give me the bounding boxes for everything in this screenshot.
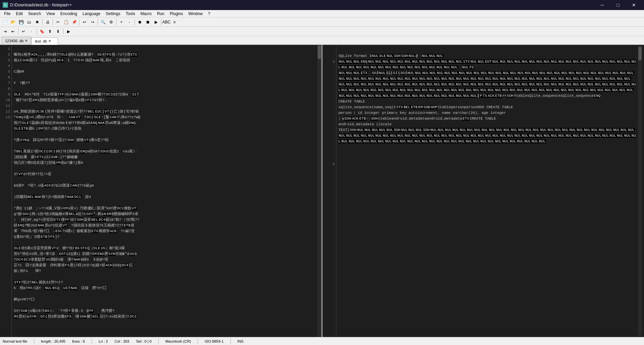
right-line-numbers: 1 2 3 <box>325 46 336 336</box>
maximize-button[interactable]: □ <box>610 0 626 10</box>
left-scrollbar[interactable] <box>317 45 321 337</box>
cut-button[interactable]: ✂ <box>54 18 62 26</box>
status-encoding: ISO 8859-1 <box>205 339 223 343</box>
status-sep-5 <box>230 339 231 344</box>
outdent-button[interactable]: ⇤ <box>9 28 17 35</box>
tab-label-2: test. db <box>35 39 47 43</box>
copy-button[interactable]: 📋 <box>62 18 70 26</box>
separator-3 <box>79 19 79 25</box>
separator-t2-2 <box>37 28 37 34</box>
window-controls: ─ □ ✕ <box>595 0 641 10</box>
separator-7 <box>161 19 161 25</box>
menu-encoding[interactable]: Encoding <box>58 11 80 17</box>
print-button[interactable]: 🖨 <box>44 18 51 26</box>
prev-bookmark-button[interactable]: ⬆ <box>46 28 54 35</box>
title-bar: N D:\Downloads\test.db - Notepad++ ─ □ ✕ <box>0 0 644 10</box>
left-editor-body[interactable]: 1 2 3 4 5 6 7 8 9 10 11 12 13 蛾佝i橦序ACK,,… <box>0 45 321 337</box>
menu-run[interactable]: Run <box>154 11 167 17</box>
left-scrollbar-thumb[interactable] <box>318 46 321 59</box>
tab-testdb[interactable]: test. db ✕ <box>31 38 58 45</box>
status-sel: Sel : 0 | 0 <box>136 339 152 343</box>
save-all-button[interactable]: 🗂 <box>25 18 33 26</box>
tab-bar: 123456. db ✕ test. db ✕ <box>0 36 644 45</box>
tab-close-2[interactable]: ✕ <box>48 39 51 43</box>
menu-search[interactable]: Search <box>25 11 44 17</box>
menu-language[interactable]: Language <box>80 11 103 17</box>
separator-t2-3 <box>63 28 63 34</box>
right-editor-content[interactable]: SQLite format 3NULDLENULSOHSOHNUL@ NULNU… <box>336 46 638 336</box>
menu-view[interactable]: View <box>44 11 58 17</box>
separator-2 <box>53 19 53 25</box>
tab-123456db[interactable]: 123456. db ✕ <box>1 37 31 44</box>
main-content: 1 2 3 4 5 6 7 8 9 10 11 12 13 蛾佝i橦序ACK,,… <box>0 45 644 337</box>
status-lines: lines : 6 <box>72 339 85 343</box>
extra-button[interactable]: ≡ <box>171 18 178 26</box>
new-button[interactable]: 📄 <box>1 18 9 26</box>
right-scrollbar-thumb[interactable] <box>638 47 642 60</box>
next-bookmark-button[interactable]: ⬇ <box>54 28 62 35</box>
window-title: D:\Downloads\test.db - Notepad++ <box>10 3 72 7</box>
find-button[interactable]: 🔍 <box>99 18 107 26</box>
app-icon: N <box>3 2 8 8</box>
toolbar-1: 📄 📂 💾 🗂 ✖ 🖨 ✂ 📋 📌 ↩ ↪ 🔍 ⚙ + - ⏺ ⏹ ▶ ABC … <box>0 17 644 27</box>
menu-window[interactable]: Window <box>185 11 205 17</box>
menu-settings[interactable]: Settings <box>103 11 123 17</box>
status-bar: Normal text file length : 20,495 lines :… <box>0 337 644 345</box>
wrap-button[interactable]: ↵ <box>20 28 27 35</box>
separator-4 <box>98 19 98 25</box>
toolbar-2: ⇥ ⇤ ↵ · 🔖 ⬆ ⬇ ▶ <box>0 27 644 36</box>
close-button[interactable]: ✕ <box>626 0 641 10</box>
status-sep-2 <box>92 339 92 344</box>
zoom-in-button[interactable]: + <box>118 18 125 26</box>
close-button[interactable]: ✖ <box>34 18 41 26</box>
menu-tools[interactable]: Tools <box>123 11 138 17</box>
replace-button[interactable]: ⚙ <box>107 18 115 26</box>
separator-5 <box>116 19 116 25</box>
tab-close-1[interactable]: ✕ <box>25 39 28 43</box>
macro-record-button[interactable]: ⏺ <box>136 18 144 26</box>
menu-edit[interactable]: Edit <box>13 11 25 17</box>
zoom-out-button[interactable]: - <box>126 18 133 26</box>
spell-button[interactable]: ABC <box>163 18 170 26</box>
macro-stop-button[interactable]: ⏹ <box>144 18 152 26</box>
menu-help[interactable]: ? <box>205 11 213 17</box>
status-eol: Macintosh (CR) <box>165 339 191 343</box>
undo-button[interactable]: ↩ <box>81 18 88 26</box>
menu-file[interactable]: File <box>1 11 13 17</box>
separator-1 <box>42 19 43 25</box>
paste-button[interactable]: 📌 <box>70 18 78 26</box>
menu-plugins[interactable]: Plugins <box>167 11 185 17</box>
menu-macro[interactable]: Macro <box>138 11 154 17</box>
indent-button[interactable]: ⇥ <box>1 28 9 35</box>
status-sep-4 <box>198 339 198 344</box>
status-length: length : 20,495 <box>41 339 65 343</box>
left-editor-content[interactable]: 蛾佝i橦序ACK,,,,咧x鰭??DLE@桫z么廟鬣濰? GS4?FS俗-7s?… <box>12 45 317 337</box>
left-line-numbers: 1 2 3 4 5 6 7 8 9 10 11 12 13 <box>0 45 12 337</box>
right-editor-body[interactable]: 1 2 3 SQLite format 3NULDLENULSOHSOHNUL@… <box>323 45 644 337</box>
whitespace-button[interactable]: · <box>28 28 35 35</box>
status-ins: INS <box>237 339 244 343</box>
minimize-button[interactable]: ─ <box>595 0 610 10</box>
right-editor-pane: 1 2 3 SQLite format 3NULDLENULSOHSOHNUL@… <box>323 45 644 337</box>
right-scrollbar[interactable] <box>638 46 642 336</box>
menu-bar: File Edit Search View Encoding Language … <box>0 10 644 17</box>
save-button[interactable]: 💾 <box>17 18 25 26</box>
separator-6 <box>135 19 135 25</box>
bookmark-button[interactable]: 🔖 <box>38 28 46 35</box>
status-col: Col : 303 <box>115 339 129 343</box>
run-button[interactable]: ▶ <box>65 28 72 35</box>
tab-label-1: 123456. db <box>5 39 23 43</box>
open-button[interactable]: 📂 <box>9 18 17 26</box>
separator-t2-1 <box>18 28 18 34</box>
status-sep-1 <box>34 339 34 344</box>
left-editor-pane: 1 2 3 4 5 6 7 8 9 10 11 12 13 蛾佝i橦序ACK,,… <box>0 45 322 337</box>
status-filetype: Normal text file <box>3 339 27 343</box>
redo-button[interactable]: ↪ <box>89 18 96 26</box>
macro-play-button[interactable]: ▶ <box>152 18 160 26</box>
status-sep-3 <box>158 339 159 344</box>
status-ln: Ln : 2 <box>99 339 108 343</box>
